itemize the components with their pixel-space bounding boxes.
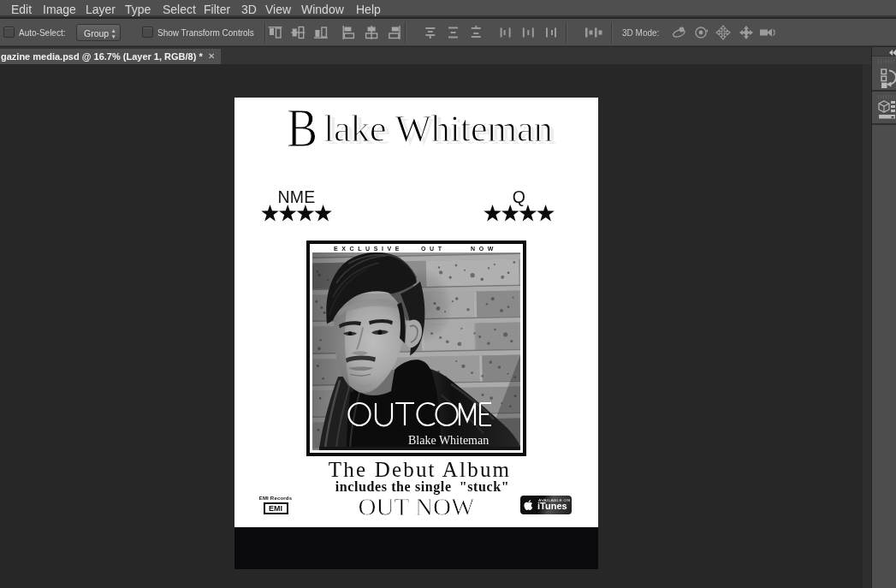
svg-text:Blake Whiteman: Blake Whiteman	[408, 434, 489, 447]
